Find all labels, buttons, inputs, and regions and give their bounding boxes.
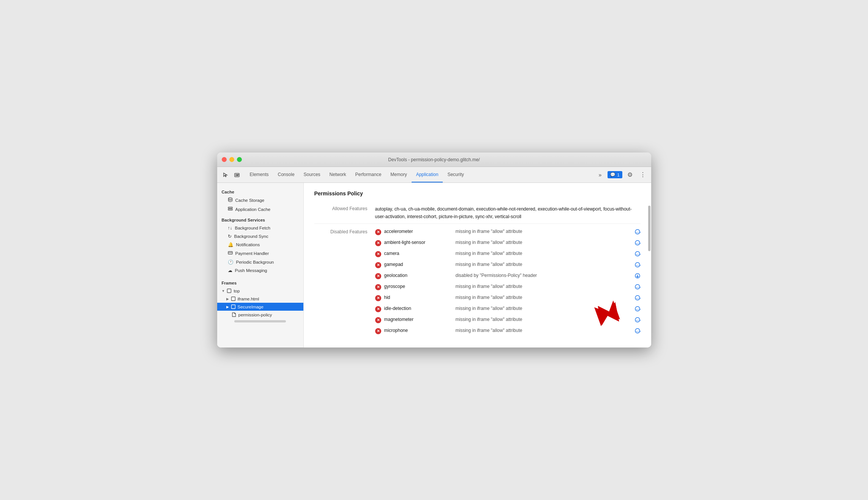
console-badge-button[interactable]: 💬 1 [608, 171, 622, 178]
tab-memory[interactable]: Memory [386, 167, 411, 182]
tab-elements[interactable]: Elements [245, 167, 273, 182]
feature-error-icon-2: ✕ [375, 251, 381, 257]
sidebar-item-cache-storage[interactable]: Cache Storage [217, 196, 303, 205]
bg-services-section-title: Background Services [217, 214, 303, 224]
feature-name-6: hid [384, 295, 453, 300]
sidebar-item-background-fetch[interactable]: ↑↓ Background Fetch [217, 224, 303, 232]
page-icon [227, 288, 232, 293]
frame-permission-policy[interactable]: permission-policy [217, 311, 303, 319]
application-cache-icon [228, 206, 233, 212]
inspect-icon[interactable] [232, 170, 242, 180]
cursor-icon[interactable] [220, 170, 231, 180]
tabs-bar: Elements Console Sources Network Perform… [217, 167, 651, 183]
feature-error-icon-9: ✕ [375, 328, 381, 334]
tab-security[interactable]: Security [443, 167, 468, 182]
tab-sources[interactable]: Sources [299, 167, 325, 182]
feature-name-2: camera [384, 251, 453, 256]
feature-code-link-8[interactable]: </> [634, 317, 641, 324]
allowed-features-label: Allowed Features [314, 206, 375, 211]
top-expand-arrow: ▼ [222, 289, 225, 293]
sidebar-item-notifications[interactable]: 🔔 Notifications [217, 241, 303, 249]
sidebar-item-push-messaging[interactable]: ☁ Push Messaging [217, 266, 303, 275]
maximize-button[interactable] [237, 157, 242, 162]
tabs-list: Elements Console Sources Network Perform… [245, 167, 595, 182]
allowed-features-row: Allowed Features autoplay, ch-ua, ch-ua-… [314, 203, 641, 223]
feature-row-7: ✕idle-detectionmissing in iframe "allow"… [375, 304, 641, 315]
badge-count: 1 [617, 173, 619, 177]
iframe-page-icon [231, 296, 236, 301]
frame-secureimage-label: SecureImage [238, 305, 264, 309]
feature-error-icon-8: ✕ [375, 317, 381, 323]
svg-text:</>: </> [636, 231, 641, 234]
feature-error-icon-4: ✕ [375, 273, 381, 279]
svg-text:</>: </> [636, 242, 641, 245]
feature-code-link-4[interactable] [634, 273, 641, 280]
file-icon [232, 312, 237, 317]
feature-code-link-9[interactable]: </> [634, 328, 641, 335]
feature-error-icon-3: ✕ [375, 262, 381, 268]
right-panel: Permissions Policy Allowed Features auto… [304, 183, 651, 347]
sidebar-scrollbar [234, 320, 286, 322]
feature-code-link-7[interactable]: </> [634, 306, 641, 313]
disabled-features-label: Disabled Features [314, 227, 375, 234]
window-title: DevTools - permission-policy-demo.glitch… [388, 157, 480, 162]
feature-row-3: ✕gamepadmissing in iframe "allow" attrib… [375, 260, 641, 271]
tab-console[interactable]: Console [273, 167, 299, 182]
frame-top-label: top [234, 289, 240, 293]
svg-rect-5 [228, 207, 232, 208]
main-content: Cache Cache Storage [217, 183, 651, 347]
tabs-right-controls: » 💬 1 ⚙ ⋮ [595, 170, 648, 180]
devtools-window: DevTools - permission-policy-demo.glitch… [217, 153, 651, 347]
push-messaging-icon: ☁ [228, 268, 232, 273]
iframe-expand-arrow: ▶ [226, 297, 229, 301]
background-sync-label: Background Sync [234, 234, 268, 239]
feature-reason-4: disabled by "Permissions-Policy" header [456, 273, 628, 278]
frame-permission-policy-label: permission-policy [238, 313, 272, 317]
scrollbar-thumb[interactable] [648, 206, 650, 251]
minimize-button[interactable] [229, 157, 234, 162]
sidebar-item-payment-handler[interactable]: Payment Handler [217, 249, 303, 258]
sidebar-item-application-cache[interactable]: Application Cache [217, 205, 303, 214]
frame-top[interactable]: ▼ top [217, 287, 303, 295]
allowed-features-value: autoplay, ch-ua, ch-ua-mobile, document-… [375, 206, 641, 220]
more-tabs-button[interactable]: » [595, 170, 605, 180]
more-options-button[interactable]: ⋮ [638, 170, 648, 180]
tab-performance[interactable]: Performance [351, 167, 386, 182]
svg-rect-1 [236, 175, 237, 176]
svg-rect-11 [231, 305, 235, 309]
frame-secureimage[interactable]: ▶ SecureImage [217, 303, 303, 311]
toolbar-icons [220, 170, 242, 180]
feature-reason-0: missing in iframe "allow" attribute [456, 229, 628, 234]
feature-code-link-6[interactable]: </> [634, 295, 641, 302]
close-button[interactable] [222, 157, 227, 162]
tab-network[interactable]: Network [325, 167, 351, 182]
feature-code-link-2[interactable]: </> [634, 251, 641, 258]
feature-error-icon-6: ✕ [375, 295, 381, 301]
feature-name-9: microphone [384, 328, 453, 333]
svg-rect-2 [237, 175, 238, 175]
disabled-features-list: ✕accelerometermissing in iframe "allow" … [375, 227, 641, 337]
feature-code-link-0[interactable]: </> [634, 229, 641, 236]
sidebar-item-periodic-background[interactable]: 🕐 Periodic Backgroun [217, 258, 303, 266]
frame-iframe-label: iframe.html [238, 297, 259, 301]
svg-text:</>: </> [636, 330, 641, 333]
notifications-label: Notifications [236, 242, 260, 247]
feature-row-4: ✕geolocationdisabled by "Permissions-Pol… [375, 271, 641, 282]
titlebar: DevTools - permission-policy-demo.glitch… [217, 153, 651, 167]
background-fetch-label: Background Fetch [235, 226, 270, 230]
feature-code-link-1[interactable]: </> [634, 240, 641, 247]
frame-iframe[interactable]: ▶ iframe.html [217, 295, 303, 303]
sidebar-item-background-sync[interactable]: ↻ Background Sync [217, 232, 303, 241]
svg-text:</>: </> [636, 308, 641, 311]
feature-reason-2: missing in iframe "allow" attribute [456, 251, 628, 256]
feature-name-0: accelerometer [384, 229, 453, 234]
feature-name-4: geolocation [384, 273, 453, 278]
feature-reason-8: missing in iframe "allow" attribute [456, 317, 628, 322]
feature-code-link-3[interactable]: </> [634, 262, 641, 269]
tab-application[interactable]: Application [412, 167, 443, 182]
window-controls [222, 157, 242, 162]
feature-row-9: ✕microphonemissing in iframe "allow" att… [375, 326, 641, 337]
settings-button[interactable]: ⚙ [625, 170, 635, 180]
feature-reason-3: missing in iframe "allow" attribute [456, 262, 628, 267]
feature-code-link-5[interactable]: </> [634, 284, 641, 291]
